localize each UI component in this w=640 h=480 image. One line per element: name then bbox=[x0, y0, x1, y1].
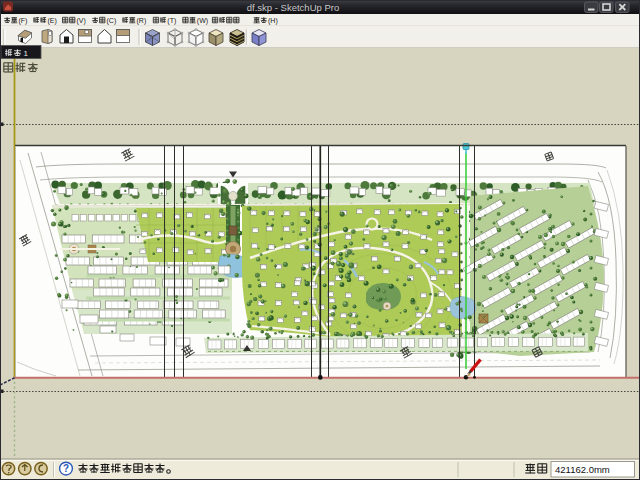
svg-text:(T): (T) bbox=[167, 17, 176, 25]
svg-text:df.skp - SketchUp Pro: df.skp - SketchUp Pro bbox=[247, 2, 339, 13]
svg-text:(W): (W) bbox=[197, 17, 208, 25]
svg-text:(C): (C) bbox=[107, 17, 117, 25]
svg-text:(R): (R) bbox=[137, 17, 147, 25]
svg-text:?: ? bbox=[63, 463, 69, 474]
svg-text:(V): (V) bbox=[77, 17, 86, 25]
svg-text:421162.0mm: 421162.0mm bbox=[555, 464, 610, 475]
svg-text:1: 1 bbox=[24, 49, 29, 58]
svg-text:(E): (E) bbox=[48, 17, 57, 25]
svg-text:(F): (F) bbox=[19, 17, 28, 25]
svg-text:(H): (H) bbox=[268, 17, 278, 25]
